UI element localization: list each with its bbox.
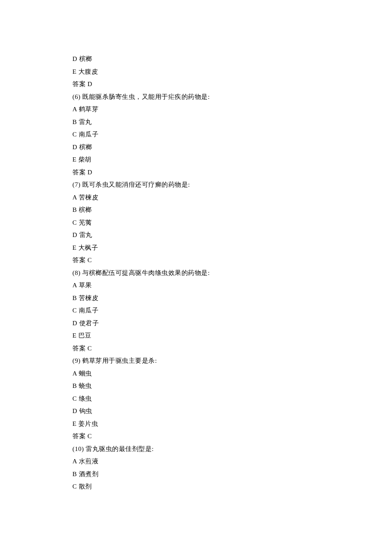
text-line: C 南瓜子 <box>72 128 392 141</box>
text-line: A 鹤草芽 <box>72 103 392 116</box>
answer-line: 答案 C <box>72 342 392 355</box>
question-line: (8) 与槟榔配伍可提高驱牛肉绦虫效果的药物是: <box>72 267 392 280</box>
question-line: (9) 鹤草芽用于驱虫主要是杀: <box>72 355 392 367</box>
text-line: A 苦楝皮 <box>72 191 392 204</box>
text-line: E 柴胡 <box>72 153 392 166</box>
text-line: D 槟榔 <box>72 53 392 66</box>
text-line: E 大腹皮 <box>72 66 392 78</box>
text-line: D 槟榔 <box>72 141 392 154</box>
text-line: C 绦虫 <box>72 393 392 405</box>
text-line: E 姜片虫 <box>72 418 392 431</box>
text-line: C 南瓜子 <box>72 304 392 317</box>
answer-line: 答案 D <box>72 78 392 91</box>
text-line: D 雷丸 <box>72 229 392 242</box>
text-line: E 大枫子 <box>72 242 392 254</box>
text-line: E 巴豆 <box>72 330 392 342</box>
answer-line: 答案 C <box>72 430 392 443</box>
text-line: B 苦楝皮 <box>72 292 392 305</box>
text-line: B 蛲虫 <box>72 380 392 393</box>
text-line: A 水煎液 <box>72 455 392 468</box>
answer-line: 答案 D <box>72 166 392 179</box>
text-line: B 槟榔 <box>72 204 392 217</box>
question-line: (10) 雷丸驱虫的最佳剂型是: <box>72 443 392 456</box>
text-line: B 酒煮剂 <box>72 468 392 481</box>
text-line: C 芜荑 <box>72 217 392 229</box>
document-page: D 槟榔 E 大腹皮 答案 D (6) 既能驱杀肠寄生虫，又能用于疟疾的药物是:… <box>0 0 392 555</box>
text-line: D 钩虫 <box>72 405 392 418</box>
text-line: A 草果 <box>72 279 392 292</box>
text-line: A 蛔虫 <box>72 367 392 380</box>
text-line: D 使君子 <box>72 317 392 330</box>
text-line: C 散剂 <box>72 480 392 493</box>
question-line: (6) 既能驱杀肠寄生虫，又能用于疟疾的药物是: <box>72 91 392 104</box>
question-line: (7) 既可杀虫又能消疳还可疗癣的药物是: <box>72 179 392 191</box>
answer-line: 答案 C <box>72 254 392 267</box>
text-line: B 雷丸 <box>72 116 392 129</box>
